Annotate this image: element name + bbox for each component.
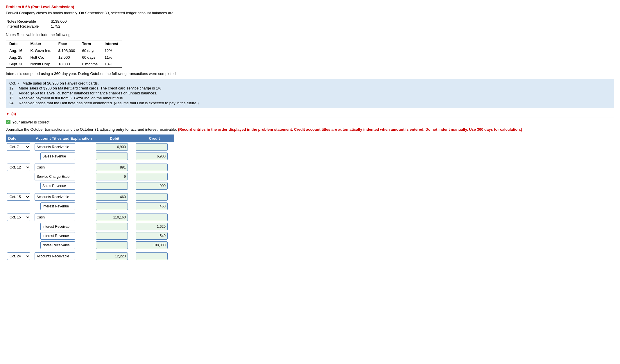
notes-receivable-table: Date Maker Face Term Interest Aug. 16 K.… [6,40,122,68]
journal-debit-cell [95,231,135,241]
trans-desc-2: Added $460 to Farwell customer balances … [19,91,157,95]
problem-description: Farwell Company closes its books monthly… [6,11,614,15]
account-input[interactable] [35,164,75,171]
journal-credit-cell [135,192,174,202]
instructions-text: Journalize the October transactions and … [6,127,177,132]
account-input[interactable] [35,214,75,221]
notes-face-1: 12,000 [55,54,79,61]
account-input[interactable] [35,193,75,201]
account-input[interactable] [40,241,75,249]
transaction-1: 12 Made sales of $900 on MasterCard cred… [9,86,611,90]
credit-input[interactable] [136,223,168,230]
account-input[interactable] [40,232,75,240]
notes-term-1: 60 days [79,54,101,61]
journal-date-cell [6,202,33,211]
debit-input[interactable] [96,182,128,190]
account-input[interactable] [35,173,75,180]
transaction-2: 15 Added $460 to Farwell customer balanc… [9,91,611,95]
credit-input[interactable] [136,164,168,171]
journal-row [6,152,174,161]
account-input[interactable] [40,202,75,210]
journal-debit-cell [95,222,135,231]
journal-date-cell [6,172,33,181]
journal-row: Oct. 7 [6,142,174,152]
journal-row [6,202,174,211]
journal-row [6,222,174,231]
credit-input[interactable] [136,193,168,201]
debit-input[interactable] [96,202,128,210]
credit-input[interactable] [136,143,168,151]
credit-input[interactable] [136,241,168,249]
balance-row-1: Notes Receivable $138,000 [6,19,67,24]
journal-account-cell [33,241,95,250]
collapse-icon[interactable]: ▼ [6,112,10,116]
journal-debit-cell [95,192,135,202]
notes-term-0: 60 days [79,47,101,54]
balance-value-1: $138,000 [51,19,67,24]
journal-row [6,231,174,241]
credit-input[interactable] [136,182,168,190]
debit-input[interactable] [96,252,128,260]
credit-input[interactable] [136,173,168,180]
credit-input[interactable] [136,214,168,221]
account-input[interactable] [40,182,75,190]
journal-row [6,181,174,191]
notes-date-2: Sept. 30 [6,61,27,68]
account-input[interactable] [40,153,75,160]
debit-input[interactable] [96,241,128,249]
notes-interest-1: 11% [101,54,122,61]
debit-input[interactable] [96,164,128,171]
col-term: Term [79,40,101,47]
col-date: Date [6,40,27,47]
debit-input[interactable] [96,143,128,151]
credit-input[interactable] [136,202,168,210]
balance-row-2: Interest Receivable 1,752 [6,24,67,28]
journal-debit-cell [95,241,135,250]
trans-desc-0: Made sales of $6,900 on Farwell credit c… [23,81,99,85]
journal-credit-cell [135,163,174,172]
journal-account-cell [33,202,95,211]
journal-date-cell [6,231,33,241]
trans-desc-3: Received payment in full from K. Goza In… [19,96,124,100]
journal-debit-cell [95,181,135,191]
journal-credit-cell [135,241,174,250]
journal-account-cell [33,142,95,152]
credit-input[interactable] [136,252,168,260]
debit-input[interactable] [96,223,128,230]
date-selector[interactable]: Oct. 12 [7,164,30,171]
credit-input[interactable] [136,232,168,240]
debit-input[interactable] [96,173,128,180]
date-selector[interactable]: Oct. 15 [7,193,30,201]
account-input[interactable] [35,252,75,260]
journal-date-cell [6,222,33,231]
journal-date-cell: Oct. 7 [6,142,33,152]
transactions-box: Oct. 7 Made sales of $6,900 on Farwell c… [6,79,614,108]
date-selector[interactable]: Oct. 24 [7,252,30,260]
section-a-label: (a) [11,112,16,116]
date-selector[interactable]: Oct. 15 [7,214,30,221]
debit-input[interactable] [96,214,128,221]
journal-credit-cell [135,252,174,261]
col-face: Face [55,40,79,47]
debit-input[interactable] [96,193,128,201]
journal-date-cell: Oct. 15 [6,192,33,202]
journal-account-cell [33,231,95,241]
journal-date-cell: Oct. 24 [6,252,33,261]
journal-account-cell [33,192,95,202]
transaction-0: Oct. 7 Made sales of $6,900 on Farwell c… [9,81,611,85]
interest-note: Interest is computed using a 360-day yea… [6,71,614,76]
journal-debit-cell [95,213,135,222]
journal-row [6,172,174,181]
credit-input[interactable] [136,153,168,160]
journal-account-cell [33,152,95,161]
journal-credit-cell [135,222,174,231]
debit-input[interactable] [96,153,128,160]
trans-date-1: 12 [9,86,13,90]
debit-input[interactable] [96,232,128,240]
journal-credit-cell [135,202,174,211]
account-input[interactable] [35,143,75,151]
journal-account-cell [33,252,95,261]
account-input[interactable] [40,223,75,230]
date-selector[interactable]: Oct. 7 [7,143,30,151]
notes-include-text: Notes Receivable include the following. [6,33,614,37]
